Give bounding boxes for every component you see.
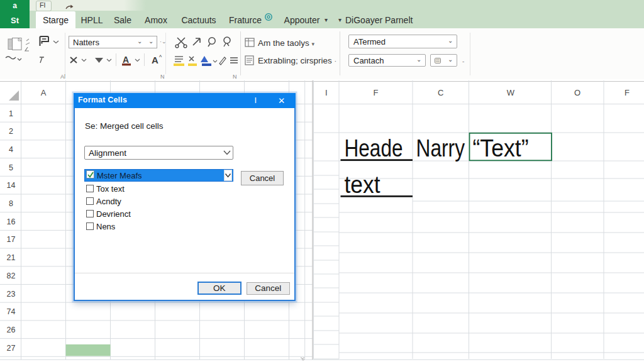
- svg-text:Al: Al: [60, 74, 65, 79]
- svg-text:^: ^: [159, 54, 162, 60]
- svg-text:23: 23: [7, 290, 16, 299]
- svg-text:N: N: [233, 74, 237, 79]
- svg-text:8: 8: [9, 199, 13, 208]
- svg-text:1: 1: [9, 109, 13, 118]
- svg-text:82: 82: [7, 272, 16, 280]
- svg-text:O: O: [574, 88, 580, 97]
- svg-text:I: I: [325, 88, 328, 97]
- svg-text:4: 4: [9, 145, 13, 154]
- svg-text:14: 14: [7, 181, 16, 190]
- svg-text:Narry: Narry: [416, 135, 465, 162]
- svg-text:16: 16: [7, 217, 16, 226]
- svg-text:5: 5: [9, 163, 13, 172]
- svg-text:21: 21: [7, 253, 16, 262]
- svg-text:2: 2: [9, 127, 13, 136]
- svg-text:A: A: [123, 55, 129, 65]
- svg-text:text: text: [345, 172, 380, 198]
- svg-text:C: C: [438, 88, 443, 97]
- svg-text:A: A: [152, 55, 158, 65]
- svg-text:F: F: [625, 88, 630, 97]
- svg-text:26: 26: [7, 326, 16, 334]
- svg-text:74: 74: [7, 307, 16, 316]
- svg-text:Heade: Heade: [345, 135, 403, 162]
- svg-text:27: 27: [7, 344, 16, 353]
- svg-text:“Text”: “Text”: [473, 135, 529, 162]
- svg-text:A: A: [41, 88, 47, 97]
- svg-text:N: N: [160, 74, 165, 79]
- svg-text:W: W: [507, 88, 515, 97]
- svg-text:F: F: [374, 88, 379, 97]
- svg-text:17: 17: [7, 235, 16, 244]
